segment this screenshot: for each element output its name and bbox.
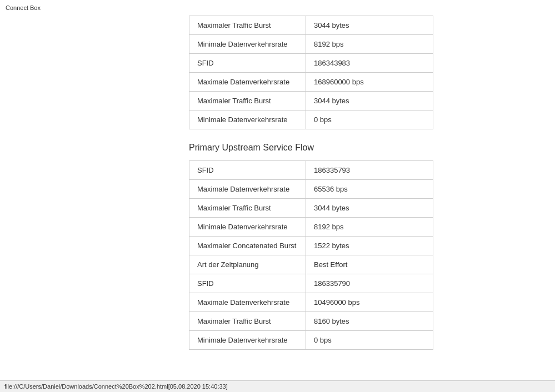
row-label: Minimale Datenverkehrsrate xyxy=(189,331,306,350)
table-row: Maximaler Traffic Burst3044 bytes xyxy=(189,199,433,218)
row-value: 3044 bytes xyxy=(306,16,433,35)
table-row: Maximale Datenverkehrsrate168960000 bps xyxy=(189,73,433,92)
row-value: 186335790 xyxy=(306,274,433,293)
first-table: Maximaler Traffic Burst3044 bytesMinimal… xyxy=(189,16,433,129)
row-label: Minimale Datenverkehrsrate xyxy=(189,218,306,237)
status-bar: file:///C/Users/Daniel/Downloads/Connect… xyxy=(0,380,555,392)
row-label: SFID xyxy=(189,161,306,180)
row-label: Maximale Datenverkehrsrate xyxy=(189,293,306,312)
row-value: 1522 bytes xyxy=(306,237,433,255)
row-value: 8192 bps xyxy=(306,35,433,54)
row-value: 3044 bytes xyxy=(306,92,433,110)
table-row: Art der ZeitplanungBest Effort xyxy=(189,255,433,274)
row-value: 10496000 bps xyxy=(306,293,433,312)
table-row: Minimale Datenverkehrsrate8192 bps xyxy=(189,218,433,237)
row-value: 0 bps xyxy=(306,110,433,129)
window-title: Connect Box xyxy=(0,0,555,16)
row-label: Maximaler Traffic Burst xyxy=(189,312,306,331)
row-label: Maximaler Concatenated Burst xyxy=(189,237,306,255)
row-value: 168960000 bps xyxy=(306,73,433,92)
table-row: Minimale Datenverkehrsrate0 bps xyxy=(189,331,433,350)
table-row: Minimale Datenverkehrsrate8192 bps xyxy=(189,35,433,54)
row-label: Minimale Datenverkehrsrate xyxy=(189,35,306,54)
table-row: Maximale Datenverkehrsrate10496000 bps xyxy=(189,293,433,312)
row-value: 3044 bytes xyxy=(306,199,433,218)
table-row: Maximaler Traffic Burst3044 bytes xyxy=(189,16,433,35)
row-value: 186335793 xyxy=(306,161,433,180)
row-value: Best Effort xyxy=(306,255,433,274)
row-label: SFID xyxy=(189,274,306,293)
main-content: Maximaler Traffic Burst3044 bytesMinimal… xyxy=(178,16,555,372)
table-row: SFID186343983 xyxy=(189,54,433,73)
primary-upstream-title: Primary Upstream Service Flow xyxy=(189,143,544,153)
row-value: 8160 bytes xyxy=(306,312,433,331)
table-row: SFID186335793 xyxy=(189,161,433,180)
table-row: Maximale Datenverkehrsrate65536 bps xyxy=(189,180,433,199)
row-label: SFID xyxy=(189,54,306,73)
row-label: Maximale Datenverkehrsrate xyxy=(189,180,306,199)
table-row: SFID186335790 xyxy=(189,274,433,293)
row-label: Maximale Datenverkehrsrate xyxy=(189,73,306,92)
table-row: Maximaler Concatenated Burst1522 bytes xyxy=(189,237,433,255)
table-row: Maximaler Traffic Burst8160 bytes xyxy=(189,312,433,331)
row-value: 8192 bps xyxy=(306,218,433,237)
row-value: 65536 bps xyxy=(306,180,433,199)
row-label: Maximaler Traffic Burst xyxy=(189,199,306,218)
row-value: 0 bps xyxy=(306,331,433,350)
row-label: Maximaler Traffic Burst xyxy=(189,16,306,35)
row-label: Minimale Datenverkehrsrate xyxy=(189,110,306,129)
row-label: Maximaler Traffic Burst xyxy=(189,92,306,110)
row-label: Art der Zeitplanung xyxy=(189,255,306,274)
table-row: Maximaler Traffic Burst3044 bytes xyxy=(189,92,433,110)
table-row: Minimale Datenverkehrsrate0 bps xyxy=(189,110,433,129)
row-value: 186343983 xyxy=(306,54,433,73)
primary-upstream-table: SFID186335793Maximale Datenverkehrsrate6… xyxy=(189,160,433,350)
